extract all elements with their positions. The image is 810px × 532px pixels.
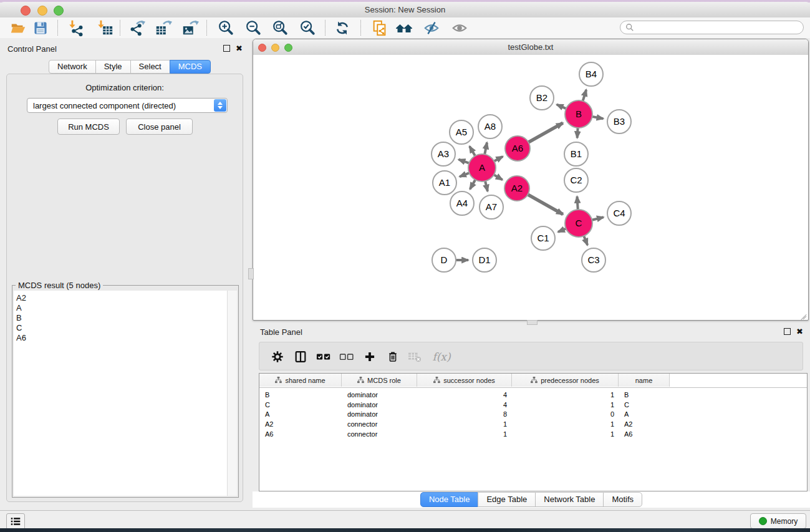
table-cell[interactable]: A — [619, 410, 670, 418]
column-header-name[interactable]: name — [619, 374, 670, 387]
delete-table-button[interactable] — [405, 347, 424, 366]
table-cell[interactable]: 8 — [417, 410, 512, 418]
app-title: Session: New Session — [0, 5, 810, 14]
select-all-button[interactable] — [314, 347, 333, 366]
table-cell[interactable]: 0 — [512, 410, 619, 418]
table-cell[interactable]: connector — [342, 430, 417, 438]
criterion-select[interactable]: largest connected component (directed) — [27, 98, 228, 113]
table-cell[interactable]: C — [259, 401, 342, 409]
table-cell[interactable]: A6 — [259, 430, 342, 438]
table-cell[interactable]: connector — [342, 420, 417, 428]
export-image-button[interactable] — [180, 18, 201, 37]
tab-network-table[interactable]: Network Table — [535, 492, 604, 507]
table-row-A2[interactable]: A2connector11A2 — [259, 419, 807, 429]
table-cell[interactable]: A6 — [619, 430, 670, 438]
task-history-button[interactable] — [6, 513, 25, 530]
table-cell[interactable]: 1 — [512, 430, 619, 438]
table-cell[interactable]: 1 — [512, 401, 619, 409]
table-cell[interactable]: A2 — [259, 420, 342, 428]
result-scrollbar[interactable] — [227, 291, 237, 496]
deselect-all-button[interactable] — [337, 347, 356, 366]
table-cell[interactable]: C — [619, 401, 670, 409]
zoom-in-button[interactable] — [215, 18, 236, 37]
table-cell[interactable]: dominator — [342, 410, 417, 418]
table-cell[interactable]: 1 — [512, 391, 619, 399]
open-session-button[interactable] — [7, 18, 29, 37]
zoom-fit-button[interactable] — [269, 18, 291, 37]
desktop-wallpaper-bottom — [0, 528, 810, 532]
column-header-MCDS-role[interactable]: MCDS role — [342, 374, 417, 387]
table-cell[interactable]: A — [259, 410, 342, 418]
mcds-result-item[interactable]: A — [16, 303, 228, 313]
mcds-result-item[interactable]: C — [16, 323, 228, 333]
column-header-predecessor-nodes[interactable]: predecessor nodes — [512, 374, 619, 387]
tab-motifs[interactable]: Motifs — [603, 492, 642, 507]
table-panel: Table Panel ✖ — [253, 323, 810, 510]
table-header-row: shared nameMCDS rolesuccessor nodesprede… — [259, 374, 807, 388]
new-network-from-selection-button[interactable] — [369, 18, 390, 37]
close-table-panel-icon[interactable]: ✖ — [796, 328, 803, 335]
export-table-button[interactable] — [153, 18, 174, 37]
add-column-button[interactable] — [360, 347, 379, 366]
table-cell[interactable]: 1 — [417, 420, 512, 428]
memory-button[interactable]: Memory — [750, 513, 806, 529]
refresh-button[interactable] — [332, 18, 353, 37]
close-panel-button[interactable]: Close panel — [126, 118, 193, 135]
control-panel: Control Panel ✖ Network Style Select MCD… — [0, 38, 249, 510]
import-network-button[interactable] — [65, 18, 87, 37]
mcds-result-item[interactable]: A6 — [16, 333, 228, 343]
window-resize-grip[interactable] — [800, 312, 807, 319]
home-button[interactable] — [393, 18, 415, 37]
table-cell[interactable]: B — [259, 391, 342, 399]
network-graph[interactable]: B4B2BB3A5A8A6A3B1AA1C2A2A4A7C4CC1C3DD1 — [253, 55, 808, 319]
run-mcds-button[interactable]: Run MCDS — [57, 118, 120, 135]
search-input[interactable] — [637, 22, 803, 32]
hide-graphics-details-button[interactable] — [421, 18, 442, 37]
graph-edge-A6-B[interactable] — [527, 123, 563, 143]
float-table-panel-icon[interactable] — [784, 328, 791, 335]
table-cell[interactable]: 4 — [417, 401, 512, 409]
vertical-splitter-handle[interactable] — [248, 268, 254, 279]
float-panel-icon[interactable] — [223, 45, 230, 52]
table-row-C[interactable]: Cdominator41C — [259, 400, 807, 410]
tab-network[interactable]: Network — [49, 60, 96, 74]
network-window-titlebar[interactable]: testGlobe.txt — [253, 39, 808, 56]
insert-column-button[interactable] — [291, 347, 310, 366]
table-cell[interactable]: dominator — [342, 391, 417, 399]
tab-style[interactable]: Style — [95, 60, 131, 74]
save-session-button[interactable] — [30, 18, 51, 37]
table-cell[interactable]: 4 — [417, 391, 512, 399]
tab-select[interactable]: Select — [130, 60, 170, 74]
network-canvas[interactable]: B4B2BB3A5A8A6A3B1AA1C2A2A4A7C4CC1C3DD1 — [253, 55, 808, 319]
table-cell[interactable]: B — [619, 391, 670, 399]
table-row-B[interactable]: Bdominator41B — [259, 390, 807, 400]
mcds-result-list[interactable]: A2ABCA6 — [14, 291, 228, 496]
mcds-result-item[interactable]: A2 — [16, 293, 228, 303]
table-panel-title: Table Panel — [260, 327, 302, 337]
table-cell[interactable]: dominator — [342, 401, 417, 409]
table-cell[interactable]: 1 — [417, 430, 512, 438]
export-network-button[interactable] — [127, 18, 148, 37]
show-graphics-details-button[interactable] — [449, 18, 470, 37]
function-builder-button[interactable]: f(x) — [429, 347, 454, 366]
column-header-successor-nodes[interactable]: successor nodes — [417, 374, 512, 387]
tab-node-table[interactable]: Node Table — [420, 492, 479, 507]
close-panel-icon[interactable]: ✖ — [236, 45, 243, 52]
toolbar-separator — [360, 20, 361, 36]
table-cell[interactable]: A2 — [619, 420, 670, 428]
tab-edge-table[interactable]: Edge Table — [478, 492, 536, 507]
table-settings-button[interactable] — [268, 347, 287, 366]
delete-column-button[interactable] — [383, 347, 402, 366]
table-cell[interactable]: 1 — [512, 420, 619, 428]
zoom-selected-button[interactable] — [297, 18, 318, 37]
graph-edge-A2-C[interactable] — [526, 193, 563, 214]
open-folder-icon — [9, 19, 27, 37]
tab-mcds[interactable]: MCDS — [170, 60, 211, 74]
search-field[interactable] — [620, 21, 804, 34]
zoom-out-button[interactable] — [243, 18, 264, 37]
column-header-shared-name[interactable]: shared name — [259, 374, 342, 387]
table-row-A[interactable]: Adominator80A — [259, 409, 807, 419]
import-table-button[interactable] — [94, 18, 115, 37]
mcds-result-item[interactable]: B — [16, 313, 228, 323]
table-row-A6[interactable]: A6connector11A6 — [259, 429, 807, 439]
